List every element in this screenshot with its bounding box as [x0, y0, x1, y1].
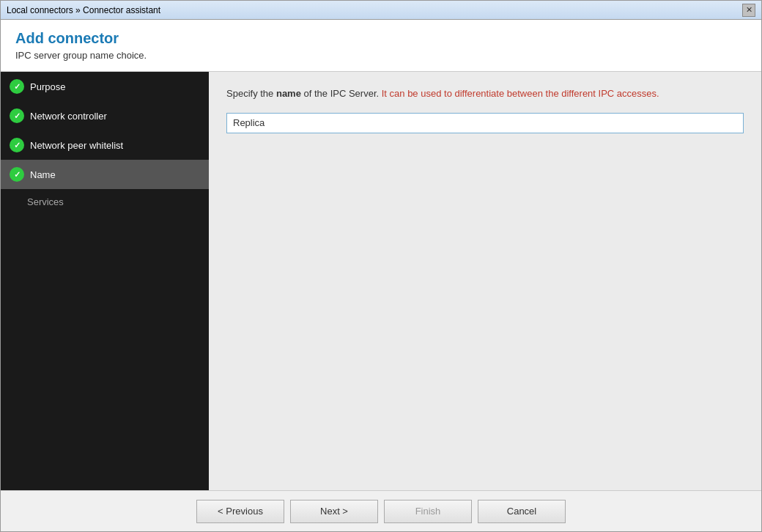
description-text: Specify the name of the IPC Server. It c… — [226, 86, 744, 101]
sidebar-label-network-controller: Network controller — [30, 111, 107, 122]
description-bold: name — [276, 88, 301, 99]
sidebar-item-network-peer-whitelist[interactable]: ✓ Network peer whitelist — [1, 130, 209, 160]
title-bar: Local connectors » Connector assistant ✕ — [1, 1, 761, 20]
title-bar-text: Local connectors » Connector assistant — [7, 5, 160, 15]
footer: < Previous Next > Finish Cancel — [1, 490, 761, 531]
description-mid: of the IPC Server. — [301, 88, 382, 99]
sidebar: ✓ Purpose ✓ Network controller ✓ Network… — [1, 72, 209, 490]
dialog: Local connectors » Connector assistant ✕… — [0, 0, 762, 532]
main-content: Specify the name of the IPC Server. It c… — [209, 72, 761, 490]
sidebar-item-services[interactable]: Services — [1, 189, 209, 215]
check-icon-network-peer-whitelist: ✓ — [10, 138, 24, 152]
check-icon-purpose: ✓ — [10, 79, 24, 94]
description-pre: Specify the — [226, 88, 276, 99]
cancel-button[interactable]: Cancel — [478, 500, 566, 523]
sidebar-item-purpose[interactable]: ✓ Purpose — [1, 72, 209, 101]
content-area: ✓ Purpose ✓ Network controller ✓ Network… — [1, 72, 761, 490]
close-button[interactable]: ✕ — [742, 4, 755, 17]
sidebar-label-services: Services — [27, 196, 64, 207]
name-input[interactable] — [226, 113, 744, 133]
sidebar-label-purpose: Purpose — [30, 81, 65, 92]
next-button[interactable]: Next > — [290, 500, 378, 523]
sidebar-label-network-peer-whitelist: Network peer whitelist — [30, 140, 123, 151]
sidebar-item-network-controller[interactable]: ✓ Network controller — [1, 101, 209, 130]
sidebar-label-name: Name — [30, 169, 56, 180]
finish-button[interactable]: Finish — [384, 500, 472, 523]
check-icon-network-controller: ✓ — [10, 108, 24, 123]
description-highlight: It can be used to differentiate between … — [382, 88, 659, 99]
page-subtitle: IPC server group name choice. — [15, 50, 747, 61]
page-title: Add connector — [15, 30, 747, 47]
check-icon-name: ✓ — [10, 167, 24, 182]
header: Add connector IPC server group name choi… — [1, 20, 761, 72]
previous-button[interactable]: < Previous — [196, 500, 284, 523]
sidebar-item-name[interactable]: ✓ Name — [1, 160, 209, 189]
